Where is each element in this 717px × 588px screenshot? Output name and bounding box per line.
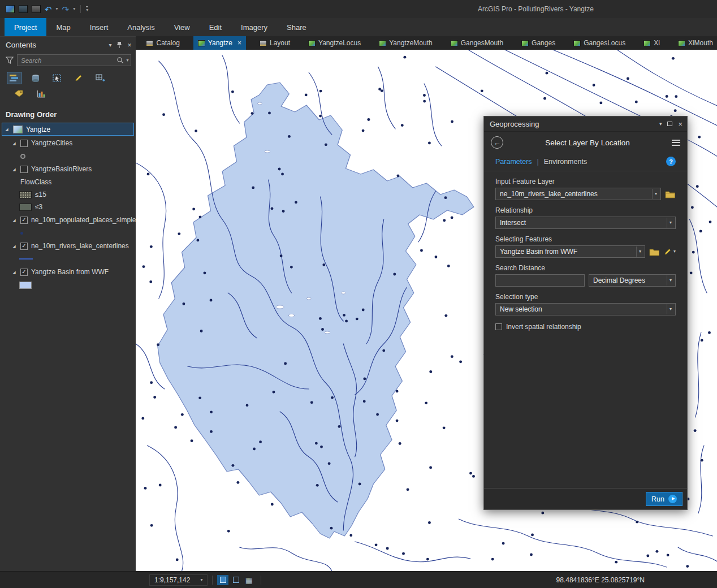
float-panel-icon[interactable] [667,122,672,126]
snapping-tool-icon[interactable] [230,575,241,585]
view-tab-layout[interactable]: Layout [255,36,295,50]
pin-icon[interactable] [116,41,122,49]
ribbon-tab-view[interactable]: View [165,18,200,36]
filter-funnel-icon[interactable] [6,57,14,64]
layer-checkbox-checked[interactable]: ✓ [20,217,28,224]
layer-checkbox-unchecked[interactable] [20,166,28,173]
selection-type-combo[interactable]: New selection ▾ [495,303,676,315]
view-tab-ganges[interactable]: Ganges [517,36,560,50]
run-button-label: Run [651,495,664,503]
cursor-coordinates: 98.4841836°E 25.0825719°N [556,576,645,584]
symbol-row-centerlines [0,253,136,265]
view-tab-gangesmouth[interactable]: GangesMouth [446,36,508,50]
back-arrow-icon[interactable]: ← [491,136,503,149]
customize-toolbar-icon[interactable]: ▾ [86,6,88,12]
invert-checkbox-unchecked[interactable] [495,323,502,330]
close-panel-icon[interactable]: × [127,42,131,49]
panel-menu-chevron-down-icon[interactable]: ▾ [659,122,662,127]
redo-chevron-down-icon[interactable]: ▾ [73,7,75,11]
view-tab-yangtzemouth[interactable]: YangtzeMouth [374,36,437,50]
view-tab-xi[interactable]: Xi [639,36,664,50]
point-symbol-icon[interactable] [20,232,23,235]
layer-row-basin[interactable]: ◢ ✓ Yangtze Basin from WWF [0,265,136,279]
ribbon-tab-analysis[interactable]: Analysis [118,18,164,36]
line-symbol-icon[interactable] [19,258,33,260]
search-input[interactable] [21,57,116,64]
input-feature-layer-combo[interactable]: ne_10m_rivers_lake_centerlines ▾ [495,188,661,200]
layer-row-populated-places[interactable]: ◢ ✓ ne_10m_populated_places_simple [0,213,136,227]
browse-folder-icon[interactable] [649,248,660,256]
project-icon[interactable] [6,5,15,13]
list-by-selection-icon[interactable] [50,72,64,84]
view-tab-label: XiMouth [688,39,713,47]
view-tab-gangeslocus[interactable]: GangesLocus [569,36,630,50]
tool-title: Select Layer By Location [503,139,672,147]
panel-menu-chevron-down-icon[interactable]: ▾ [109,42,111,48]
undo-icon[interactable]: ↶ [45,5,52,14]
point-symbol-icon[interactable] [20,154,25,159]
expander-icon[interactable]: ◢ [11,270,17,274]
list-by-data-source-icon[interactable] [28,72,43,84]
ribbon-tab-edit[interactable]: Edit [200,18,231,36]
new-map-icon[interactable] [19,5,28,13]
save-icon[interactable] [32,5,41,13]
expander-icon[interactable]: ◢ [11,141,17,145]
ribbon-tab-map[interactable]: Map [46,18,80,36]
ribbon-tab-project[interactable]: Project [5,18,46,36]
flowclass-3-swatch[interactable] [19,204,32,211]
search-options-chevron-down-icon[interactable]: ▾ [126,58,128,63]
ribbon-tab-imagery[interactable]: Imagery [231,18,277,36]
layer-checkbox-unchecked[interactable] [20,140,28,147]
expander-icon[interactable]: ◢ [11,244,17,248]
selecting-features-combo[interactable]: Yangtze Basin from WWF ▾ [495,245,645,258]
view-tab-yangtze[interactable]: Yangtze × [193,36,246,50]
list-by-drawing-order-icon[interactable] [7,72,21,84]
tool-parameters-form: Input Feature Layer ne_10m_rivers_lake_c… [484,171,687,331]
layer-row-yangtzecities[interactable]: ◢ YangtzeCities [0,136,136,150]
contents-search-row: ▾ [0,51,136,70]
view-tab-yangtzelocus[interactable]: YangtzeLocus [304,36,365,50]
ribbon-tab-share[interactable]: Share [277,18,316,36]
combo-value: ne_10m_rivers_lake_centerlines [500,190,598,198]
expander-icon[interactable]: ◢ [11,167,17,171]
tab-parameters[interactable]: Parameters [495,158,532,166]
grid-tool-icon[interactable]: ▦ [243,575,254,585]
selection-tool-icon[interactable] [217,575,228,585]
browse-folder-icon[interactable] [665,190,676,198]
distance-unit-combo[interactable]: Decimal Degrees ▾ [589,274,676,287]
ribbon-tab-insert[interactable]: Insert [80,18,118,36]
arcgis-window: ↶ ▾ ↷ ▾ ▾ ArcGIS Pro - PollutingRivers -… [0,0,717,588]
layer-row-yangtzebasinrivers[interactable]: ◢ YangtzeBasinRivers [0,162,136,176]
relationship-combo[interactable]: Intersect ▾ [495,217,676,229]
view-tab-ximouth[interactable]: XiMouth [673,36,717,50]
layer-row-yangtze-map[interactable]: ◢ Yangtze [2,123,134,136]
search-distance-input[interactable] [495,274,585,287]
window-title: ArcGIS Pro - PollutingRivers - Yangtze [478,5,594,13]
tab-environments[interactable]: Environments [544,158,587,166]
close-tab-icon[interactable]: × [237,40,241,46]
map-scale-value: 1:9,157,142 [154,576,190,584]
expander-icon[interactable]: ◢ [11,218,17,222]
expander-icon[interactable]: ◢ [4,127,10,131]
list-by-editing-icon[interactable] [71,72,86,84]
add-new-layer-icon[interactable] [93,72,107,84]
polygon-symbol-icon[interactable] [19,282,32,289]
undo-chevron-down-icon[interactable]: ▾ [56,7,58,11]
contents-header: Contents ▾ × [0,37,136,51]
menu-icon[interactable] [672,140,680,146]
layer-checkbox-checked[interactable]: ✓ [20,269,28,276]
redo-icon[interactable]: ↷ [62,5,70,14]
invert-checkbox-label: Invert spatial relationship [506,323,581,331]
view-tab-catalog[interactable]: Catalog [141,36,184,50]
list-by-labeling-icon[interactable] [11,88,26,100]
layer-row-centerlines[interactable]: ◢ ✓ ne_10m_rivers_lake_centerlines [0,239,136,253]
layer-checkbox-checked[interactable]: ✓ [20,243,28,250]
map-scale-combo[interactable]: 1:9,157,142 ▾ [149,574,208,586]
flowclass-15-swatch[interactable] [19,191,32,198]
edit-features-button[interactable]: ▾ [664,248,676,256]
help-icon[interactable]: ? [666,157,676,166]
search-icon[interactable] [116,57,124,64]
run-button[interactable]: Run [646,492,683,506]
list-by-charts-icon[interactable] [34,88,49,100]
close-panel-icon[interactable]: × [678,120,683,128]
